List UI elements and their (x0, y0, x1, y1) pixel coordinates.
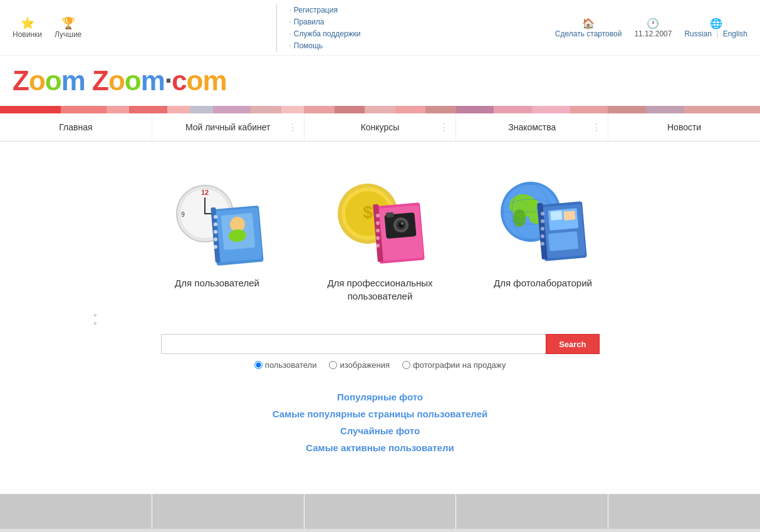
link-registration: Регистрация (289, 4, 361, 16)
lang-ru-link[interactable]: Russian (684, 29, 711, 38)
icon-pro-label: Для профессиональных пользователей (318, 276, 443, 303)
svg-rect-47 (548, 231, 578, 251)
icon-labs-visual (493, 173, 593, 267)
search-radio-row: пользователи изображения фотографии на п… (161, 360, 600, 370)
nav-dating-dots: ⋮ (591, 122, 601, 133)
help-link[interactable]: Помощь (294, 41, 323, 50)
icon-users-label: Для пользователей (175, 276, 259, 289)
registration-link[interactable]: Регистрация (294, 6, 338, 14)
bottom-box-4 (456, 494, 608, 529)
lang-group: 🌐 Russian | English (684, 18, 747, 38)
top-right-section: 🏠 Сделать стартовой 🕐 11.12.2007 🌐 Russi… (555, 18, 747, 38)
icon-pro-svg: $ (330, 173, 430, 267)
nav-contests-dots: ⋮ (439, 122, 449, 133)
popular-photos-link[interactable]: Популярные фото (161, 389, 600, 405)
icon-labs[interactable]: Для фотолабораторий (493, 173, 593, 303)
search-area: Search пользователи изображения фотограф… (161, 334, 600, 370)
radio-users-label: пользователи (265, 360, 317, 370)
bottom-box-1 (0, 494, 152, 529)
nav-dating[interactable]: Знакомства ⋮ (456, 113, 608, 141)
radio-images-input[interactable] (329, 361, 337, 369)
top-links-section: Регистрация Правила Служба поддержки Пом… (276, 4, 361, 51)
home-icon: 🏠 (582, 18, 595, 29)
nav-cabinet-label: Мой личный кабинет (185, 122, 271, 132)
link-rules: Правила (289, 16, 361, 28)
icon-pro-visual: $ (330, 173, 430, 267)
radio-forsale-input[interactable] (402, 361, 410, 369)
bottom-box-2 (152, 494, 305, 529)
main-content: ▸▸ 12 9 (0, 142, 760, 481)
top-bar: ⭐ Новинки 🏆 Лучшие Регистрация Правила С… (0, 0, 760, 56)
lang-en-link[interactable]: English (723, 29, 747, 38)
search-row: Search (161, 334, 600, 354)
svg-rect-28 (385, 212, 393, 217)
radio-images-label: изображения (340, 360, 390, 370)
radio-forsale-label: фотографии на продажу (413, 360, 506, 370)
icon-labs-svg (493, 173, 593, 267)
logo[interactable]: Zoom Zoom·com (13, 65, 227, 96)
top-nav: ⭐ Новинки 🏆 Лучшие (13, 16, 81, 39)
nav-new[interactable]: ⭐ Новинки (13, 16, 42, 39)
link-help: Помощь (289, 39, 361, 51)
search-button[interactable]: Search (546, 334, 599, 354)
nav-best-label: Лучшие (55, 30, 81, 39)
svg-text:$: $ (363, 202, 373, 222)
clock-icon: 🕐 (647, 18, 659, 29)
color-bar (0, 106, 760, 113)
popular-pages-link[interactable]: Самые популярные страницы пользователей (161, 405, 600, 422)
radio-images[interactable]: изображения (329, 360, 390, 370)
nav-news[interactable]: Новости (608, 113, 760, 141)
best-icon: 🏆 (61, 16, 75, 30)
globe-icon: 🌐 (710, 18, 722, 29)
icon-users[interactable]: 12 9 (167, 173, 268, 303)
radio-users[interactable]: пользователи (254, 360, 317, 370)
nav-cabinet[interactable]: Мой личный кабинет ⋮ (152, 113, 305, 141)
bottom-boxes (0, 494, 760, 529)
bottom-box-3 (305, 494, 457, 529)
icon-pro[interactable]: $ (318, 173, 443, 303)
icon-users-visual: 12 9 (167, 173, 268, 267)
nav-home[interactable]: Главная (0, 113, 152, 141)
svg-text:9: 9 (181, 211, 185, 218)
icon-labs-label: Для фотолабораторий (494, 276, 592, 289)
side-arrow: ▸▸ (94, 311, 98, 327)
active-users-link[interactable]: Самые активные пользователи (161, 439, 600, 456)
nav-new-label: Новинки (13, 30, 42, 39)
make-start-link[interactable]: Сделать стартовой (555, 29, 622, 38)
random-photos-link[interactable]: Случайные фото (161, 422, 600, 439)
nav-best[interactable]: 🏆 Лучшие (55, 16, 81, 39)
nav-news-label: Новости (667, 122, 701, 132)
nav-contests-label: Конкурсы (361, 122, 400, 132)
lang-separator: | (716, 29, 718, 38)
scrollbar[interactable] (0, 529, 760, 532)
rules-link[interactable]: Правила (294, 18, 325, 26)
date-group: 🕐 11.12.2007 (634, 18, 672, 38)
make-start-group: 🏠 Сделать стартовой (555, 18, 622, 38)
logo-area: Zoom Zoom·com (0, 56, 760, 106)
search-input[interactable] (161, 334, 546, 354)
links-section: Популярные фото Самые популярные страниц… (161, 389, 600, 456)
nav-contests[interactable]: Конкурсы ⋮ (305, 113, 457, 141)
date-display: 11.12.2007 (634, 29, 672, 38)
lang-links: Russian | English (684, 29, 747, 38)
main-nav: Главная Мой личный кабинет ⋮ Конкурсы ⋮ … (0, 113, 760, 142)
icons-row: 12 9 (13, 154, 747, 315)
svg-rect-48 (550, 211, 562, 221)
link-support: Служба поддержки (289, 28, 361, 39)
top-links-list: Регистрация Правила Служба поддержки Пом… (289, 4, 361, 51)
nav-cabinet-dots: ⋮ (288, 122, 298, 133)
radio-users-input[interactable] (254, 361, 263, 369)
nav-home-label: Главная (59, 122, 92, 132)
icon-users-svg: 12 9 (167, 173, 268, 267)
bottom-box-5 (608, 494, 760, 529)
radio-forsale[interactable]: фотографии на продажу (402, 360, 506, 370)
support-link[interactable]: Служба поддержки (294, 29, 361, 38)
svg-rect-49 (563, 211, 575, 221)
svg-text:12: 12 (200, 189, 208, 196)
new-icon: ⭐ (21, 16, 34, 30)
nav-dating-label: Знакомства (508, 122, 556, 132)
